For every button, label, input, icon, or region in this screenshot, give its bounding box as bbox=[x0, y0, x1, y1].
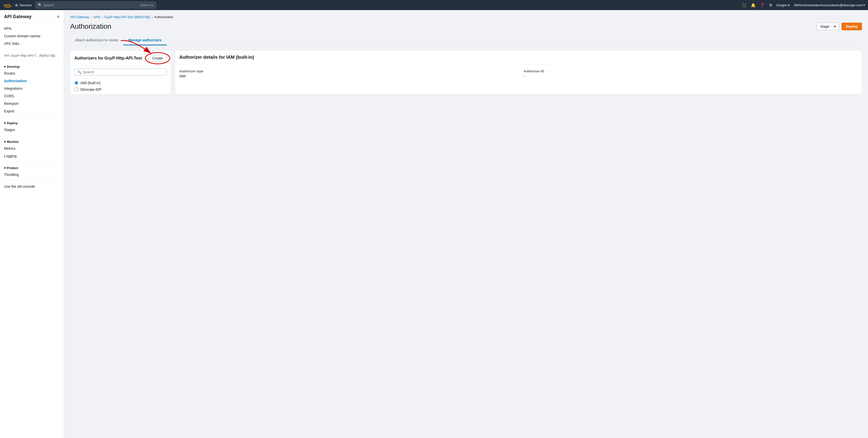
details-panel: Authorizer details for IAM (built-in) Au… bbox=[175, 50, 862, 94]
breadcrumb-apis[interactable]: APIs bbox=[93, 15, 100, 19]
sidebar-item-custom-domain-names[interactable]: Custom domain names bbox=[0, 32, 64, 40]
sidebar-section-protect: ▾ Protect bbox=[0, 164, 64, 171]
chevron-down-icon: ▾ bbox=[4, 140, 6, 144]
services-button[interactable]: ⊞ Services bbox=[15, 3, 32, 7]
sidebar-item-stages[interactable]: Stages bbox=[0, 126, 64, 134]
grid-icon: ⊞ bbox=[15, 3, 18, 7]
chevron-down-icon: ▾ bbox=[863, 3, 865, 7]
sidebar-item-apis[interactable]: APIs bbox=[0, 25, 64, 32]
details-panel-header: Authorizer details for IAM (built-in) bbox=[175, 50, 862, 64]
page-title: Authorization bbox=[70, 23, 111, 31]
breadcrumb-api-test[interactable]: GuyP-Http-API-Test (ffy85z7dlj) bbox=[104, 15, 150, 19]
breadcrumb-sep-2: › bbox=[102, 15, 103, 19]
breadcrumb: API Gateway › APIs › GuyP-Http-API-Test … bbox=[70, 15, 862, 19]
sidebar-nav: APIs Custom domain names VPC links API: … bbox=[0, 23, 64, 192]
sidebar-item-routes[interactable]: Routes bbox=[0, 70, 64, 77]
authorizers-search-input-wrap[interactable]: 🔍 bbox=[74, 69, 167, 76]
search-icon: 🔍 bbox=[38, 3, 42, 7]
sidebar-item-reimport[interactable]: Reimport bbox=[0, 100, 64, 107]
page-header: Authorization Stage: - ▾ Deploy bbox=[70, 23, 862, 31]
sidebar: API Gateway ✕ APIs Custom domain names V… bbox=[0, 10, 64, 438]
detail-field-authorizer-type: Authorizer type IAM bbox=[179, 69, 514, 78]
create-btn-wrapper: Create bbox=[149, 55, 167, 62]
sidebar-item-cors[interactable]: CORS bbox=[0, 92, 64, 100]
region-selector[interactable]: Oregon ▾ bbox=[776, 3, 790, 7]
authorizers-panel-header: Authorizers for GuyP-Http-API-Test Creat bbox=[70, 50, 171, 66]
detail-field-authorizer-type-value: IAM bbox=[179, 74, 514, 78]
authorizers-search-box: 🔍 bbox=[70, 66, 171, 78]
sidebar-item-throttling[interactable]: Throttling bbox=[0, 171, 64, 178]
breadcrumb-sep-1: › bbox=[91, 15, 92, 19]
authorizers-search-input[interactable] bbox=[83, 70, 164, 74]
breadcrumb-api-gateway[interactable]: API Gateway bbox=[70, 15, 89, 19]
close-icon[interactable]: ✕ bbox=[57, 14, 60, 19]
cloud-icon[interactable]: ⬛ bbox=[742, 3, 747, 7]
details-panel-title: Authorizer details for IAM (built-in) bbox=[179, 55, 254, 60]
top-navigation: ⊞ Services 🔍 [Option+S] ⬛ 🔔 ❓ ⚙ Oregon ▾… bbox=[0, 0, 868, 10]
account-selector[interactable]: AWSAdministratorAccess/kevin@descope.com… bbox=[794, 3, 865, 7]
header-actions: Stage: - ▾ Deploy bbox=[817, 23, 862, 30]
detail-field-authorizer-id-value: - bbox=[524, 74, 858, 78]
bell-icon[interactable]: 🔔 bbox=[751, 3, 756, 7]
create-button[interactable]: Create bbox=[149, 55, 167, 62]
authorizer-descope-idp-radio[interactable] bbox=[74, 88, 79, 92]
aws-logo[interactable] bbox=[3, 2, 12, 8]
sidebar-section-develop: ▾ Develop bbox=[0, 63, 64, 70]
details-grid: Authorizer type IAM Authorizer ID - bbox=[179, 69, 858, 78]
breadcrumb-sep-3: › bbox=[152, 15, 153, 19]
authorizers-panel: Authorizers for GuyP-Http-API-Test Creat bbox=[70, 50, 171, 94]
sidebar-item-integrations[interactable]: Integrations bbox=[0, 85, 64, 92]
sidebar-header: API Gateway ✕ bbox=[0, 10, 64, 23]
stage-dropdown[interactable]: Stage: - ▾ bbox=[817, 23, 839, 30]
sidebar-section-deploy: ▾ Deploy bbox=[0, 119, 64, 126]
main-content: API Gateway › APIs › GuyP-Http-API-Test … bbox=[64, 10, 868, 438]
authorizer-descope-idp-label: Descope-IDP bbox=[81, 88, 101, 92]
sidebar-item-old-console[interactable]: Use the old console bbox=[0, 183, 64, 190]
tab-attach-authorizers[interactable]: Attach authorizers to routes bbox=[70, 36, 123, 45]
services-label: Services bbox=[20, 3, 32, 7]
app-layout: API Gateway ✕ APIs Custom domain names V… bbox=[0, 10, 868, 438]
authorizer-iam-label: IAM (built-in) bbox=[81, 81, 100, 85]
authorizer-iam[interactable]: IAM (built-in) bbox=[74, 81, 167, 85]
sidebar-item-authorization[interactable]: Authorization bbox=[0, 77, 64, 85]
authorizers-list: IAM (built-in) Descope-IDP bbox=[70, 78, 171, 94]
authorizer-iam-radio[interactable] bbox=[74, 81, 79, 85]
search-shortcut: [Option+S] bbox=[140, 3, 153, 6]
settings-icon[interactable]: ⚙ bbox=[769, 3, 772, 7]
search-bar[interactable]: 🔍 [Option+S] bbox=[35, 1, 156, 8]
sidebar-item-metrics[interactable]: Metrics bbox=[0, 145, 64, 152]
chevron-down-icon: ▾ bbox=[788, 3, 790, 7]
content-area: Authorizers for GuyP-Http-API-Test Creat bbox=[70, 50, 862, 94]
chevron-down-icon: ▾ bbox=[834, 25, 836, 29]
tabs-bar: Attach authorizers to routes Manage auth… bbox=[70, 36, 862, 45]
chevron-down-icon: ▾ bbox=[4, 65, 6, 69]
search-input[interactable] bbox=[43, 3, 139, 7]
sidebar-api-label: API: GuyP-Http-API-T... (ffy85z7dlj) bbox=[0, 52, 64, 59]
detail-field-authorizer-id-label: Authorizer ID bbox=[524, 69, 858, 73]
sidebar-section-monitor: ▾ Monitor bbox=[0, 138, 64, 145]
sidebar-item-logging[interactable]: Logging bbox=[0, 152, 64, 160]
sidebar-item-vpc-links[interactable]: VPC links bbox=[0, 40, 64, 47]
authorizers-panel-title: Authorizers for GuyP-Http-API-Test bbox=[74, 56, 142, 61]
deploy-button[interactable]: Deploy bbox=[841, 23, 862, 30]
chevron-down-icon: ▾ bbox=[4, 166, 6, 170]
details-panel-body: Authorizer type IAM Authorizer ID - bbox=[175, 64, 862, 83]
sidebar-title: API Gateway bbox=[4, 14, 32, 20]
help-icon[interactable]: ❓ bbox=[760, 3, 765, 7]
sidebar-item-export[interactable]: Export bbox=[0, 107, 64, 115]
tab-manage-authorizers[interactable]: Manage authorizers bbox=[123, 36, 166, 45]
detail-field-authorizer-type-label: Authorizer type bbox=[179, 69, 514, 73]
nav-right: ⬛ 🔔 ❓ ⚙ Oregon ▾ AWSAdministratorAccess/… bbox=[742, 3, 865, 7]
breadcrumb-current: Authorization bbox=[154, 15, 173, 19]
detail-field-authorizer-id: Authorizer ID - bbox=[524, 69, 858, 78]
authorizer-descope-idp[interactable]: Descope-IDP bbox=[74, 88, 167, 92]
chevron-down-icon: ▾ bbox=[4, 121, 6, 125]
search-icon: 🔍 bbox=[77, 70, 82, 74]
